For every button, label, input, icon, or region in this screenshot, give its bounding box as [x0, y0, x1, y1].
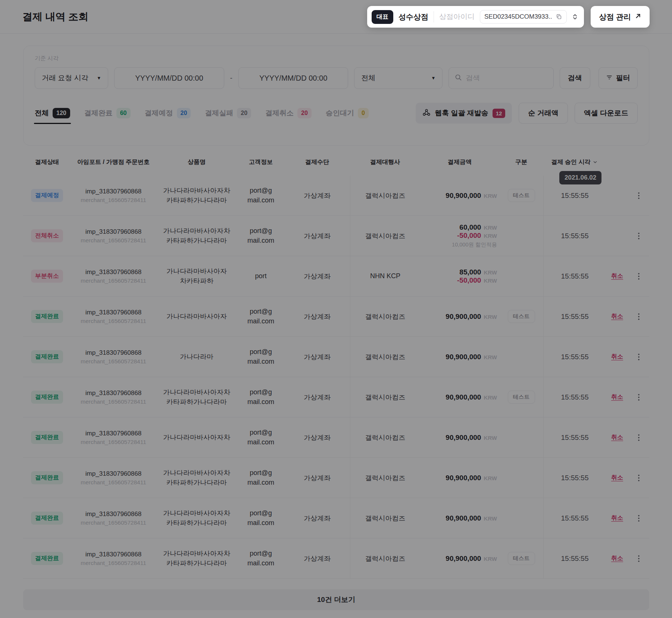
store-id-pill[interactable]: SED02345DCOM3933.. [480, 10, 567, 24]
store-name: 성수상점 [398, 12, 428, 22]
dim-overlay [0, 0, 672, 618]
store-id-value: SED02345DCOM3933.. [484, 13, 552, 21]
copy-icon[interactable] [556, 13, 562, 20]
store-manage-label: 상점 관리 [599, 12, 631, 22]
merchant-spotlight: 대표 성수상점 상점아이디 SED02345DCOM3933.. 상점 관리 [367, 6, 650, 28]
store-manage-button[interactable]: 상점 관리 [591, 6, 650, 28]
select-updown-icon[interactable] [572, 13, 578, 21]
representative-badge: 대표 [372, 10, 393, 24]
payment-history-page: 결제 내역 조회 대표 성수상점 상점아이디 SED02345DCOM3933.… [0, 0, 672, 618]
divider [434, 11, 434, 22]
merchant-selector[interactable]: 대표 성수상점 상점아이디 SED02345DCOM3933.. [367, 6, 584, 28]
external-link-arrow-icon [635, 13, 641, 21]
store-id-label: 상점아이디 [439, 12, 475, 22]
